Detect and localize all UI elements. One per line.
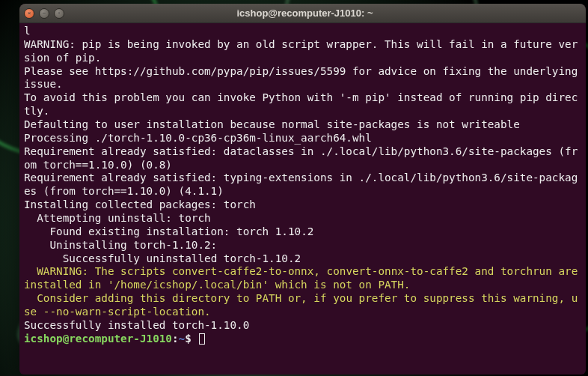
prompt-colon: : — [172, 333, 179, 345]
output-line: Requirement already satisfied: dataclass… — [24, 145, 578, 171]
prompt-path: ~ — [179, 333, 186, 345]
warning-line: WARNING: The scripts convert-caffe2-to-o… — [24, 265, 584, 291]
output-line: Attempting uninstall: torch — [24, 212, 211, 224]
output-line: Requirement already satisfied: typing-ex… — [24, 172, 578, 197]
titlebar[interactable]: × − ▫ icshop@recomputer-J1010: ~ — [19, 4, 586, 23]
output-line: Please see https://github.com/pypa/pip/i… — [24, 65, 584, 91]
prompt-user-host: icshop@recomputer-J1010 — [24, 333, 172, 345]
output-line: Uninstalling torch-1.10.2: — [24, 239, 217, 251]
terminal-window: × − ▫ icshop@recomputer-J1010: ~ l WARNI… — [19, 4, 586, 375]
terminal-body[interactable]: l WARNING: pip is being invoked by an ol… — [19, 23, 586, 375]
warning-line: Consider adding this directory to PATH o… — [24, 292, 578, 318]
output-line: Successfully installed torch-1.10.0 — [24, 319, 249, 331]
output-line: Installing collected packages: torch — [24, 198, 256, 210]
cursor-icon — [199, 333, 205, 345]
output-line: To avoid this problem you can invoke Pyt… — [24, 91, 578, 117]
output-line: Processing ./torch-1.10.0-cp36-cp36m-lin… — [24, 132, 372, 144]
output-line: WARNING: pip is being invoked by an old … — [24, 38, 578, 64]
output-line: Successfully uninstalled torch-1.10.2 — [24, 252, 301, 264]
output-line: Defaulting to user installation because … — [24, 118, 520, 130]
prompt-symbol: $ — [185, 333, 197, 345]
output-line: l — [24, 25, 31, 37]
window-title: icshop@recomputer-J1010: ~ — [28, 7, 581, 19]
output-line: Found existing installation: torch 1.10.… — [24, 225, 313, 237]
